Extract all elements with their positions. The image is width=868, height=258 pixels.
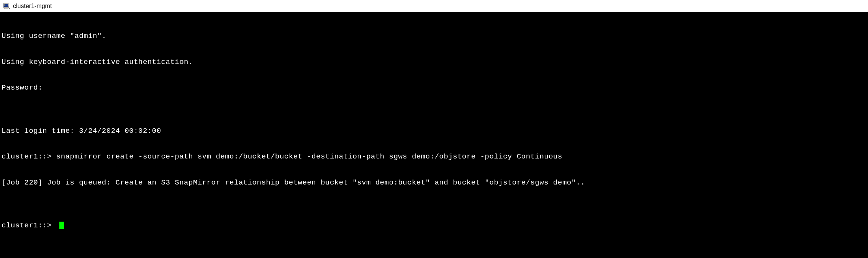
terminal-line: [Job 220] Job is queued: Create an S3 Sn… <box>2 178 866 187</box>
terminal-area[interactable]: Using username "admin". Using keyboard-i… <box>0 12 868 258</box>
window-titlebar: cluster1-mgmt <box>0 0 868 12</box>
terminal-line: Last login time: 3/24/2024 00:02:00 <box>2 127 866 136</box>
terminal-line: Using keyboard-interactive authenticatio… <box>2 58 866 67</box>
svg-rect-1 <box>4 4 8 7</box>
prompt-line: cluster1::> <box>2 221 866 230</box>
putty-icon <box>2 2 10 10</box>
terminal-cursor <box>59 222 64 229</box>
terminal-line: cluster1::> snapmirror create -source-pa… <box>2 152 866 161</box>
terminal-line: Using username "admin". <box>2 32 866 41</box>
svg-rect-5 <box>4 8 8 9</box>
window-title: cluster1-mgmt <box>13 3 52 10</box>
terminal-line: Password: <box>2 83 866 92</box>
prompt-text: cluster1::> <box>2 221 56 230</box>
